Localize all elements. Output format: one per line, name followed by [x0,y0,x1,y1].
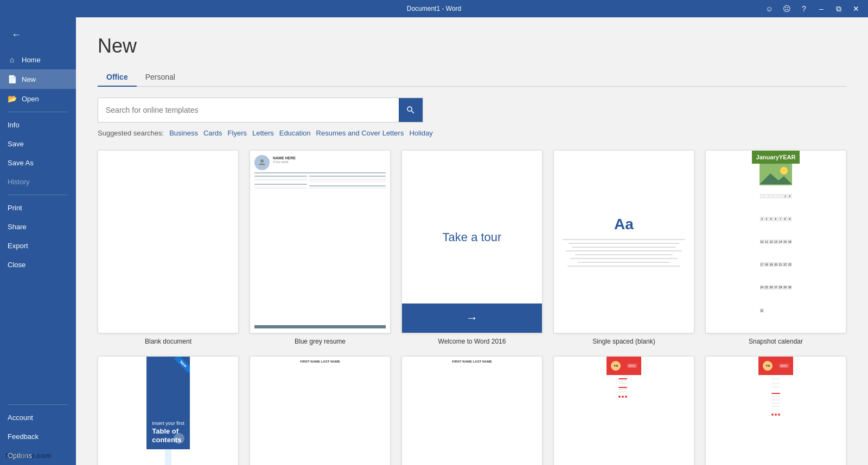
sidebar-item-info[interactable]: Info [0,115,76,134]
template-calendar[interactable]: January YEAR 12 [705,150,846,345]
template-thumb-toc: Insert your first Table ofcontents → [98,356,239,465]
template-thumb-tour: Take a tour → [401,150,542,333]
tabs-bar: Office Personal [98,68,846,87]
smiley-icon[interactable]: ☺ [762,1,777,16]
sidebar-item-label: New [22,75,36,83]
search-icon [406,105,416,115]
sidebar-item-feedback[interactable]: Feedback [0,427,76,446]
sidebar-item-account[interactable]: Account [0,408,76,427]
feedback-label: Feedback [8,432,39,441]
info-label: Info [8,121,20,129]
calendar-grid: 12 3456789 10111213141516 17181920212223… [758,192,794,333]
template-pol-cover[interactable]: YN MOD [705,356,846,465]
export-label: Export [8,242,28,250]
toc-new-ribbon [168,357,190,378]
search-box [98,98,423,122]
open-folder-icon: 📂 [8,94,16,103]
calendar-month: January [756,154,779,160]
print-label: Print [8,204,22,212]
toc-insert-text: Insert your first [152,421,184,426]
sidebar-item-options[interactable]: Options [0,446,76,465]
template-grid-row1: Blank document NAME HERE TITLE HERE [98,150,846,345]
tour-arrow-button: → [402,303,542,333]
sidebar-bottom: Account Feedback Options [0,401,76,465]
template-name-single: Single spaced (blank) [553,338,694,345]
suggested-resumes[interactable]: Resumes and Cover Letters [316,129,404,137]
calendar-landscape-icon [760,165,792,184]
suggested-cards[interactable]: Cards [203,129,222,137]
restore-button[interactable]: ⧉ [831,1,846,16]
suggested-education[interactable]: Education [279,129,311,137]
sidebar-item-export[interactable]: Export [0,236,76,255]
template-thumb-pol-resume: YN MOD [553,356,694,465]
share-label: Share [8,223,27,231]
titlebar: Document1 - Word ☺ ☹ ? – ⧉ ✕ [0,0,868,17]
template-toc[interactable]: Insert your first Table ofcontents → Ins… [98,356,239,465]
frown-icon[interactable]: ☹ [779,1,794,16]
back-button[interactable]: ← [5,24,27,46]
calendar-header: January YEAR [752,151,800,164]
sidebar-item-close[interactable]: Close [0,255,76,274]
main-content: New Office Personal Suggested searches: … [76,17,868,465]
template-pol-resume[interactable]: YN MOD [553,356,694,465]
tab-personal[interactable]: Personal [137,68,184,87]
template-mod-resume[interactable]: FIRST NAME LAST NAME [250,356,391,465]
page-title: New [98,35,846,57]
template-thumb-mod-resume: FIRST NAME LAST NAME [250,356,391,465]
template-blank[interactable]: Blank document [98,150,239,345]
tour-arrow-icon: → [466,311,478,325]
save-label: Save [8,140,24,148]
sidebar-item-history[interactable]: History [0,172,76,191]
history-label: History [8,178,29,186]
sidebar-item-share[interactable]: Share [0,217,76,236]
sidebar-item-print[interactable]: Print [0,198,76,217]
search-button[interactable] [399,98,423,122]
polished-avatar: YN [611,361,621,371]
suggested-letters[interactable]: Letters [252,129,274,137]
sidebar-item-label: Open [22,95,39,103]
sidebar-item-home[interactable]: ⌂ Home [0,50,76,69]
template-thumb-calendar: January YEAR 12 [705,150,846,333]
titlebar-title: Document1 - Word [407,5,461,12]
help-icon[interactable]: ? [796,1,812,16]
polished-cover-avatar: YN [763,361,773,371]
single-spaced-aa: Aa [614,216,634,233]
suggested-business[interactable]: Business [169,129,198,137]
suggested-flyers[interactable]: Flyers [228,129,247,137]
saveas-label: Save As [8,159,34,167]
polished-mod-badge: MOD [627,364,637,368]
calendar-year: YEAR [779,154,796,160]
template-mod-cover[interactable]: FIRST NAME LAST NAME Modern chronologica… [401,356,542,465]
tab-office[interactable]: Office [98,68,137,87]
close-button[interactable]: ✕ [848,1,864,16]
template-grid-row2: Insert your first Table ofcontents → Ins… [98,356,846,465]
minimize-button[interactable]: – [814,1,829,16]
sidebar-divider-1 [8,112,68,112]
suggested-holiday[interactable]: Holiday [409,129,432,137]
polished-cover-header: YN MOD [758,357,793,375]
sidebar-divider-2 [8,195,68,195]
search-input[interactable] [98,100,399,120]
template-tour[interactable]: Take a tour → Welcome to Word 2016 [401,150,542,345]
account-label: Account [8,414,33,422]
sidebar-item-saveas[interactable]: Save As [0,153,76,172]
options-label: Options [8,451,32,460]
sidebar-item-save[interactable]: Save [0,134,76,153]
app-body: ← ⌂ Home 📄 New 📂 Open Info Save Save As … [0,17,868,465]
template-name-calendar: Snapshot calendar [705,338,846,345]
tour-text: Take a tour [443,230,502,244]
template-thumb-pol-cover: YN MOD [705,356,846,465]
polished-body [615,375,633,465]
template-name-tour: Welcome to Word 2016 [401,338,542,345]
sidebar-item-open[interactable]: 📂 Open [0,89,76,108]
polished-header: YN MOD [607,357,641,375]
home-icon: ⌂ [8,55,16,64]
sidebar-divider-3 [8,404,68,405]
suggested-label: Suggested searches: [98,129,164,137]
sidebar-item-new[interactable]: 📄 New [0,69,76,89]
template-name-blue-resume: Blue grey resume [250,338,391,345]
template-thumb-blank [98,150,239,333]
template-single-spaced[interactable]: Aa Single spaced (blank) [553,150,694,345]
close-label: Close [8,261,25,269]
template-blue-resume[interactable]: NAME HERE TITLE HERE [250,150,391,345]
